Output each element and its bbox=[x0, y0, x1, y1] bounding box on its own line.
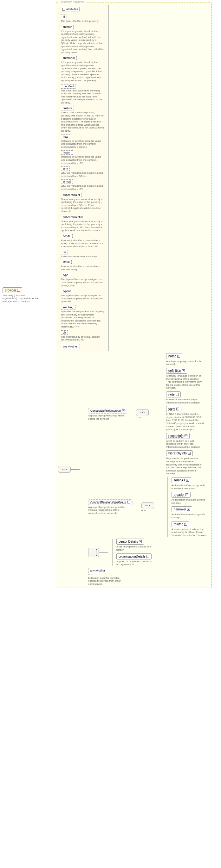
attribute-creatoruri[interactable]: creatoruri bbox=[61, 56, 77, 60]
plus-icon[interactable]: + bbox=[176, 393, 178, 396]
attribute-how[interactable]: how bbox=[61, 134, 70, 139]
crg-annotation: A group of properties required to indica… bbox=[88, 506, 126, 515]
attributes-header-label: attributes bbox=[66, 8, 78, 11]
attribute-creator[interactable]: creator bbox=[61, 25, 74, 29]
child-node-column: hierarchyInfo+Represents the position of… bbox=[166, 450, 204, 475]
plus-icon[interactable]: + bbox=[188, 452, 191, 455]
cdg-children: name+A natural language name for the con… bbox=[162, 353, 204, 475]
attribute-annotation: A concept identifier expressed as a stri… bbox=[61, 239, 105, 248]
hierarchyInfo-node[interactable]: hierarchyInfo+ bbox=[166, 450, 193, 456]
attribute-pubconstrainturi[interactable]: pubconstrainturi bbox=[61, 215, 85, 219]
sequence-children: ConceptDefinitionGroup − A group of prop… bbox=[84, 353, 210, 586]
plus-icon[interactable]: + bbox=[182, 369, 185, 372]
attribute-uri[interactable]: uri bbox=[61, 250, 68, 254]
attribute-annotation: Why the metadata has been included - exp… bbox=[61, 185, 105, 190]
child-node-column: related+A related concept, where the rel… bbox=[171, 521, 210, 537]
attribute-item: whyWhy the metadata has been included - … bbox=[61, 165, 106, 178]
choice-branch: personDetails + A set of properties spec… bbox=[88, 538, 210, 566]
plus-icon[interactable]: + bbox=[146, 555, 149, 558]
child-node-column: definition+A natural language definition… bbox=[166, 368, 204, 390]
attributes-header[interactable]: − attributes bbox=[61, 7, 80, 11]
attribute-modified[interactable]: modified bbox=[61, 84, 76, 89]
person-details-node[interactable]: personDetails + bbox=[116, 538, 144, 545]
attribute-literal[interactable]: literal bbox=[61, 260, 72, 264]
attribute-item: howuriIndicates by which means the value… bbox=[61, 149, 106, 165]
narrower-node[interactable]: narrower+ bbox=[171, 506, 192, 512]
attribute-item: customIf set to true the corresponding p… bbox=[61, 105, 106, 133]
related-node[interactable]: related+ bbox=[171, 521, 190, 527]
organisation-details-annotation: A group of properties specific to an org… bbox=[116, 560, 155, 566]
attribute-item: idThe local identifier of the property. bbox=[61, 13, 106, 23]
plus-icon[interactable]: + bbox=[176, 408, 179, 410]
attribute-item: pubconstrainturiOne or many constraints … bbox=[61, 214, 106, 232]
name-node[interactable]: name+ bbox=[166, 353, 182, 359]
main-sequence-row: ConceptDefinitionGroup − A group of prop… bbox=[58, 353, 210, 586]
attribute-whyuri[interactable]: whyuri bbox=[61, 179, 73, 184]
minus-icon[interactable]: − bbox=[122, 409, 125, 412]
attribute-item: creatoruriIf the property value is not d… bbox=[61, 55, 106, 83]
hierarchyInfo-annotation: Represents the position of a concept in … bbox=[166, 457, 204, 475]
attribute-item: uriA URI which identifies a concept. bbox=[61, 249, 106, 259]
minus-icon[interactable]: − bbox=[128, 501, 130, 503]
child-node-column: sameAs+An identifier of a concept with e… bbox=[171, 477, 210, 490]
note-label: note bbox=[168, 393, 174, 396]
sameAs-node[interactable]: sameAs+ bbox=[171, 477, 191, 483]
attribute-pubconstraint[interactable]: pubconstraint bbox=[61, 193, 82, 197]
attribute-item: howIndicates by which means the value wa… bbox=[61, 133, 106, 149]
plus-icon[interactable]: + bbox=[187, 508, 190, 511]
attribute-item: literalA concept identifier expressed as… bbox=[61, 258, 106, 272]
attribute-custom[interactable]: custom bbox=[61, 106, 74, 111]
attribute-annotation: If the property value is not defined, sp… bbox=[61, 61, 105, 82]
attribute-xml-lang[interactable]: xml:lang bbox=[61, 305, 76, 309]
provider-annotation: The party (person or organisation) respo… bbox=[3, 294, 40, 303]
concept-definition-group[interactable]: ConceptDefinitionGroup − bbox=[88, 408, 127, 413]
any-other-occurs: 0..∞ bbox=[88, 573, 93, 576]
remoteInfo-annotation: A link to an item or a web resource whic… bbox=[166, 439, 204, 449]
name-annotation: A natural language name for the concept. bbox=[166, 360, 204, 366]
plus-icon[interactable]: + bbox=[177, 355, 180, 358]
provider-node[interactable]: provider − bbox=[3, 287, 22, 293]
minus-icon[interactable]: − bbox=[17, 289, 20, 292]
attribute-qcode[interactable]: qcode bbox=[61, 234, 73, 238]
related-annotation: A related concept, where the relationshi… bbox=[171, 528, 210, 537]
connector bbox=[154, 507, 163, 507]
attribute-annotation: One or many constraints that apply to pu… bbox=[61, 198, 105, 213]
attribute-type[interactable]: type bbox=[61, 273, 70, 277]
definition-node[interactable]: definition+ bbox=[166, 368, 187, 374]
attribute-annotation: Specifies the language of this property … bbox=[61, 310, 105, 329]
plus-icon[interactable]: + bbox=[186, 493, 188, 496]
concept-relationships-group[interactable]: ConceptRelationshipsGroup − bbox=[88, 499, 133, 505]
plus-icon[interactable]: + bbox=[184, 523, 187, 526]
sequence-compositor bbox=[141, 502, 154, 509]
cdg-annotation: A group of properties required to define… bbox=[88, 414, 126, 420]
plus-icon[interactable]: + bbox=[186, 479, 189, 482]
remoteInfo-node[interactable]: remoteInfo+ bbox=[166, 433, 190, 439]
sequence-compositor bbox=[58, 466, 71, 473]
organisation-details-node[interactable]: organisationDetails + bbox=[116, 554, 151, 559]
child-node-column: facet+In NAR 1.8 and later, facet is dep… bbox=[166, 406, 204, 431]
broader-node[interactable]: broader+ bbox=[171, 492, 191, 498]
type-title: FlexPartyPropType bbox=[59, 0, 85, 3]
attribute-why[interactable]: why bbox=[61, 166, 70, 171]
attribute-annotation: The type of the concept assigned as cont… bbox=[61, 278, 105, 287]
attribute-typeuri[interactable]: typeuri bbox=[61, 289, 73, 293]
attribute-item: qcodeA concept identifier expressed as a… bbox=[61, 232, 106, 249]
definition-annotation: A natural language definition of the sem… bbox=[166, 374, 204, 390]
any-other-node: any ##other bbox=[88, 568, 107, 573]
attribute-dir[interactable]: dir bbox=[61, 330, 68, 335]
attribute-annotation: If set to true the corresponding propert… bbox=[61, 111, 105, 132]
any-other-branch: any ##other 0..∞ Extension point for pro… bbox=[88, 568, 210, 586]
attribute-annotation: Why the metadata has been included - exp… bbox=[61, 172, 105, 178]
hierarchyInfo-label: hierarchyInfo bbox=[168, 452, 187, 455]
minus-icon[interactable]: − bbox=[62, 8, 65, 11]
provider-label: provider bbox=[5, 288, 16, 292]
attributes-frame: − attributes idThe local identifier of t… bbox=[58, 5, 109, 351]
plus-icon[interactable]: + bbox=[185, 434, 187, 437]
attribute-id[interactable]: id bbox=[61, 14, 67, 19]
crg-children: sameAs+An identifier of a concept with e… bbox=[167, 477, 210, 537]
plus-icon[interactable]: + bbox=[139, 540, 142, 543]
facet-node[interactable]: facet+ bbox=[166, 406, 182, 412]
note-node[interactable]: note+ bbox=[166, 392, 181, 398]
attribute-howuri[interactable]: howuri bbox=[61, 150, 73, 155]
any-other-annotation: Extension point for provider-defined pro… bbox=[88, 577, 126, 586]
